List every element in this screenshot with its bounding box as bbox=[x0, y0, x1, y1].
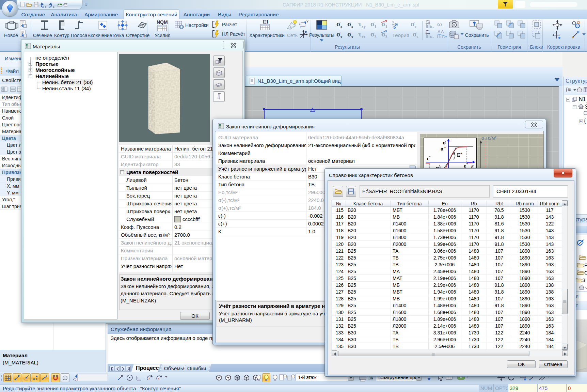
svg-text:x: x bbox=[148, 377, 150, 380]
svg-text:+: + bbox=[460, 152, 462, 155]
svg-text:+: + bbox=[444, 145, 446, 149]
svg-text:Y: Y bbox=[306, 20, 308, 23]
svg-text:Z1: Z1 bbox=[426, 30, 430, 34]
svg-text:E: E bbox=[457, 152, 460, 158]
svg-text:σ: σ bbox=[441, 146, 444, 152]
svg-text:x: x bbox=[158, 377, 160, 380]
svg-text:z: z bbox=[299, 22, 301, 25]
svg-text:-: - bbox=[429, 154, 430, 158]
svg-text:ε: ε bbox=[427, 156, 429, 161]
svg-text:ε: ε bbox=[464, 163, 466, 169]
svg-text:σ: σ bbox=[443, 139, 446, 146]
svg-text:Y1: Y1 bbox=[426, 19, 430, 23]
svg-text:A-A: A-A bbox=[438, 30, 444, 33]
svg-text:+: + bbox=[466, 162, 468, 166]
